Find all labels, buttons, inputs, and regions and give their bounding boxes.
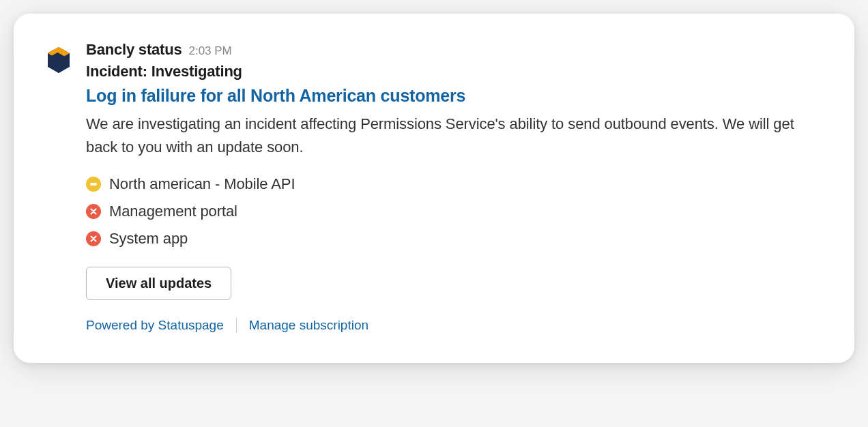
footer-links: Powered by Statuspage Manage subscriptio… [86, 318, 824, 333]
incident-status: Incident: Investigating [86, 63, 824, 80]
view-all-updates-button[interactable]: View all updates [86, 267, 231, 300]
message-content: Bancly status 2:03 PM Incident: Investig… [86, 41, 824, 333]
component-item: Management portal [86, 203, 824, 220]
component-label: Management portal [109, 203, 237, 220]
sender-avatar[interactable] [44, 45, 74, 75]
incident-title-link[interactable]: Log in falilure for all North American c… [86, 86, 824, 106]
bancly-logo-icon [44, 45, 74, 75]
sender-name[interactable]: Bancly status [86, 41, 182, 59]
powered-by-link[interactable]: Powered by Statuspage [86, 318, 224, 333]
status-error-icon [86, 204, 101, 219]
affected-components-list: North american - Mobile API Management p… [86, 175, 824, 248]
component-label: North american - Mobile API [109, 175, 295, 193]
incident-description: We are investigating an incident affecti… [86, 113, 824, 159]
message-header: Bancly status 2:03 PM [86, 41, 824, 59]
status-warning-icon [86, 177, 101, 192]
status-error-icon [86, 231, 101, 246]
component-item: North american - Mobile API [86, 175, 824, 193]
component-item: System app [86, 230, 824, 248]
footer-divider [236, 318, 237, 333]
slack-message-card: Bancly status 2:03 PM Incident: Investig… [14, 14, 854, 363]
manage-subscription-link[interactable]: Manage subscription [249, 318, 368, 333]
component-label: System app [109, 230, 188, 248]
message-timestamp[interactable]: 2:03 PM [188, 44, 231, 58]
